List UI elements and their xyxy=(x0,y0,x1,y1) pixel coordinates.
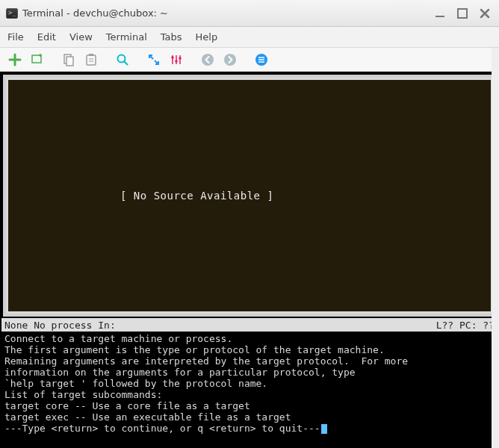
menu-help[interactable]: Help xyxy=(196,31,218,43)
svg-rect-2 xyxy=(32,55,41,63)
window-title: Terminal - devchu@chubox: ~ xyxy=(22,7,168,19)
console-line: Connect to a target machine or process. xyxy=(4,333,495,344)
source-panel-frame: [ No Source Available ] xyxy=(3,75,496,317)
console-output[interactable]: Connect to a target machine or process.T… xyxy=(1,332,498,447)
console-line: Remaining arguments are interpreted by t… xyxy=(4,355,495,367)
minimize-button[interactable] xyxy=(430,4,450,23)
menu-edit[interactable]: Edit xyxy=(37,31,56,43)
menu-file[interactable]: File xyxy=(7,31,24,43)
menu-tabs[interactable]: Tabs xyxy=(161,31,182,43)
svg-point-8 xyxy=(171,56,174,59)
status-line: None No process In: L?? PC: ?? xyxy=(1,318,498,332)
svg-point-9 xyxy=(175,60,178,63)
console-line: target exec -- Use an executable file as… xyxy=(4,411,495,423)
source-panel: [ No Source Available ] xyxy=(6,78,493,314)
cursor xyxy=(321,424,327,434)
menu-view[interactable]: View xyxy=(69,31,93,43)
back-button[interactable] xyxy=(199,51,217,69)
svg-rect-0 xyxy=(436,16,444,17)
menu-bar: File Edit View Terminal Tabs Help xyxy=(0,27,499,48)
console-line: The first argument is the type or protoc… xyxy=(4,344,495,355)
terminal-area[interactable]: [ No Source Available ] None No process … xyxy=(0,72,499,448)
new-window-button[interactable] xyxy=(28,51,46,69)
console-line: target core -- Use a core file as a targ… xyxy=(4,400,495,411)
close-button[interactable] xyxy=(475,4,495,23)
menu-button[interactable] xyxy=(252,51,270,69)
console-line: `help target ' followed by the protocol … xyxy=(4,378,495,389)
preferences-button[interactable] xyxy=(167,51,185,69)
status-right: L?? PC: ?? xyxy=(436,320,495,331)
copy-button[interactable] xyxy=(60,51,78,69)
status-left: None No process In: xyxy=(4,320,116,331)
new-tab-button[interactable] xyxy=(6,51,24,69)
svg-rect-4 xyxy=(66,57,73,66)
source-panel-message: [ No Source Available ] xyxy=(120,190,273,202)
vertical-scrollbar[interactable] xyxy=(492,48,499,448)
svg-rect-5 xyxy=(87,55,96,65)
forward-button[interactable] xyxy=(221,51,239,69)
console-line: information on the arguments for a parti… xyxy=(4,367,495,378)
search-button[interactable] xyxy=(114,51,131,69)
svg-point-12 xyxy=(224,54,236,66)
svg-rect-1 xyxy=(458,9,467,18)
console-line: ---Type <return> to continue, or q <retu… xyxy=(4,423,495,434)
window-titlebar: Terminal - devchu@chubox: ~ xyxy=(0,0,499,27)
svg-point-10 xyxy=(179,57,182,60)
paste-button[interactable] xyxy=(82,51,100,69)
maximize-button[interactable] xyxy=(453,4,472,23)
fullscreen-button[interactable] xyxy=(145,51,163,69)
svg-point-11 xyxy=(202,54,214,66)
terminal-icon xyxy=(6,8,18,19)
console-line: List of target subcommands: xyxy=(4,389,495,400)
menu-terminal[interactable]: Terminal xyxy=(106,31,147,43)
toolbar xyxy=(0,48,499,72)
svg-rect-6 xyxy=(89,54,93,56)
